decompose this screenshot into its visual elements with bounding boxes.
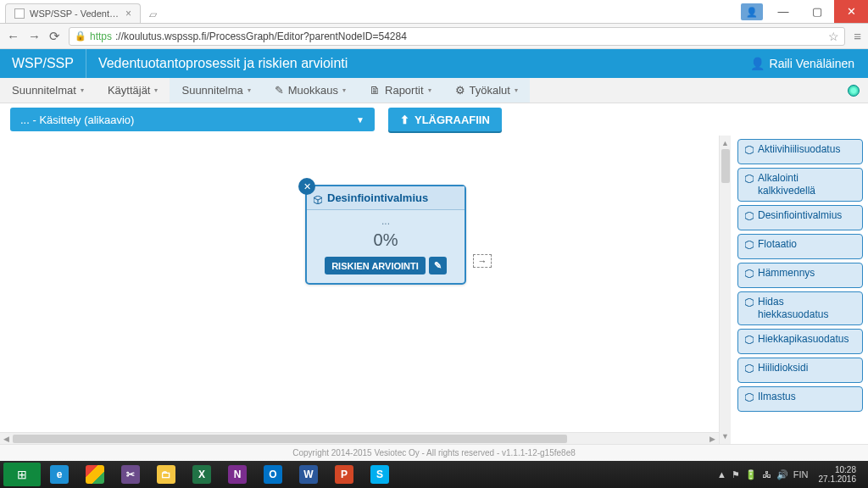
nav-forward-icon[interactable]: → <box>28 29 41 43</box>
taskbar-word[interactable]: W <box>292 463 326 486</box>
cube-icon <box>745 269 754 277</box>
nav-reload-icon[interactable]: ⟳ <box>49 29 60 44</box>
browser-tab[interactable]: WSP/SSP - Vedentuotanto × <box>5 3 141 23</box>
menu-muokkaus[interactable]: ✎Muokkaus▾ <box>263 78 358 103</box>
scroll-right-icon[interactable]: ▶ <box>709 435 715 443</box>
tray-clock[interactable]: 10:28 27.1.2016 <box>814 465 862 484</box>
menu-tyokalut[interactable]: ⚙Työkalut▾ <box>443 78 530 103</box>
window-minimize-button[interactable]: — <box>766 0 800 23</box>
menu-suunnitelmat[interactable]: Suunnitelmat▾ <box>0 78 96 103</box>
arrow-up-circle-icon: ⬆ <box>400 114 409 126</box>
tray-show-hidden-icon[interactable]: ▲ <box>717 469 726 480</box>
menu-raportit[interactable]: 🗎Raportit▾ <box>358 78 443 103</box>
report-icon: 🗎 <box>370 84 381 97</box>
menu-suunnitelma[interactable]: Suunnitelma▾ <box>170 78 262 103</box>
breadcrumb-text: ... - Käsittely (alikaavio) <box>20 114 134 126</box>
node-subtitle: ... <box>314 215 458 227</box>
canvas-container: ✕ Desinfiointivalmius ... 0% RISKIEN ARV… <box>0 136 868 444</box>
palette-item[interactable]: Ilmastus <box>737 386 863 412</box>
node-delete-button[interactable]: ✕ <box>298 178 315 195</box>
page-title: Vedentuotantoprosessit ja riskien arvioi… <box>86 56 737 71</box>
palette-item[interactable]: Hidas hiekkasuodatus <box>737 291 863 325</box>
radar-icon <box>848 85 860 97</box>
cube-icon <box>745 145 754 153</box>
cube-icon <box>745 363 754 372</box>
user-icon: 👤 <box>750 57 765 70</box>
cube-icon <box>745 335 754 343</box>
tray-lang[interactable]: FIN <box>793 469 809 480</box>
palette-item[interactable]: Hiekkapikasuodatus <box>737 329 863 354</box>
scroll-left-icon[interactable]: ◀ <box>3 435 9 443</box>
address-bar: ← → ⟳ 🔒 https://koulutus.wspssp.fi/Proce… <box>0 24 868 49</box>
taskbar-onenote[interactable]: N <box>220 463 254 486</box>
tab-close-icon[interactable]: × <box>125 8 131 19</box>
window-titlebar: WSP/SSP - Vedentuotanto × ▱ 👤 — ▢ ✕ <box>0 0 868 24</box>
menu-kayttajat[interactable]: Käyttäjät▾ <box>96 78 170 103</box>
palette-item[interactable]: Flotaatio <box>737 234 863 259</box>
cube-icon <box>745 240 754 248</box>
node-percent: 0% <box>314 230 458 250</box>
taskbar-chrome[interactable] <box>78 463 112 486</box>
toolbar: ... - Käsittely (alikaavio) ▼ ⬆ YLÄGRAAF… <box>0 103 868 136</box>
node-title: Desinfiointivalmius <box>327 191 428 204</box>
canvas-vscrollbar[interactable]: ▲ ▼ <box>719 136 731 444</box>
tab-title: WSP/SSP - Vedentuotanto <box>30 8 120 19</box>
footer: Copyright 2014-2015 Vesiotec Oy - All ri… <box>0 444 868 461</box>
user-name: Raili Venäläinen <box>770 57 854 70</box>
taskbar-powerpoint[interactable]: P <box>327 463 361 486</box>
cube-icon <box>745 174 754 182</box>
palette-item[interactable]: Desinfiointivalmius <box>737 205 863 230</box>
vscroll-thumb[interactable] <box>721 149 730 183</box>
tray-battery-icon[interactable]: 🔋 <box>745 469 757 480</box>
url-scheme: https <box>90 30 112 42</box>
new-tab-button[interactable]: ▱ <box>144 5 161 23</box>
tray-volume-icon[interactable]: 🔊 <box>776 469 788 480</box>
taskbar-excel[interactable]: X <box>185 463 219 486</box>
palette-item[interactable]: Aktiivihiilisuodatus <box>737 139 863 164</box>
bookmark-star-icon[interactable]: ☆ <box>828 30 839 43</box>
status-indicator[interactable] <box>839 78 868 103</box>
window-close-button[interactable]: ✕ <box>834 0 868 23</box>
user-menu[interactable]: 👤 Raili Venäläinen <box>737 57 868 70</box>
palette-item[interactable]: Hiilidioksidi <box>737 358 863 383</box>
palette-item[interactable]: Alkalointi kalkkivedellä <box>737 168 863 202</box>
taskbar-outlook[interactable]: O <box>256 463 290 486</box>
process-node[interactable]: ✕ Desinfiointivalmius ... 0% RISKIEN ARV… <box>305 185 466 285</box>
gear-icon: ⚙ <box>455 84 465 97</box>
chrome-menu-icon[interactable]: ≡ <box>854 29 861 43</box>
hscroll-thumb[interactable] <box>13 435 567 443</box>
tray-network-icon[interactable]: 🖧 <box>762 469 771 480</box>
start-button[interactable]: ⊞ <box>3 463 41 486</box>
taskbar-snip[interactable]: ✂ <box>114 463 147 486</box>
cube-icon <box>745 392 754 401</box>
scroll-down-icon[interactable]: ▼ <box>721 432 729 441</box>
lock-icon: 🔒 <box>75 30 86 42</box>
nav-back-icon[interactable]: ← <box>7 29 19 43</box>
taskbar-explorer[interactable]: 🗀 <box>149 463 183 486</box>
node-palette: Aktiivihiilisuodatus Alkalointi kalkkive… <box>732 136 868 429</box>
taskbar-skype[interactable]: S <box>363 463 397 486</box>
risk-evaluation-button[interactable]: RISKIEN ARVIOINTI <box>325 257 426 274</box>
chevron-down-icon: ▼ <box>356 115 364 125</box>
window-maximize-button[interactable]: ▢ <box>800 0 834 23</box>
cube-icon <box>745 297 754 306</box>
url-field[interactable]: 🔒 https://koulutus.wspssp.fi/ProcessGrap… <box>69 27 845 46</box>
tray-icon[interactable]: ⚑ <box>732 469 740 480</box>
node-header: Desinfiointivalmius <box>307 186 465 210</box>
windows-taskbar: ⊞ e ✂ 🗀 X N O W P S ▲ ⚑ 🔋 🖧 🔊 FIN 10:28 … <box>0 461 868 488</box>
canvas-hscrollbar[interactable]: ◀ ▶ <box>0 432 719 444</box>
url-rest: ://koulutus.wspssp.fi/ProcessGraph/Edito… <box>115 30 407 42</box>
menu-bar: Suunnitelmat▾ Käyttäjät▾ Suunnitelma▾ ✎M… <box>0 78 868 103</box>
taskbar-ie[interactable]: e <box>42 463 76 486</box>
breadcrumb-dropdown[interactable]: ... - Käsittely (alikaavio) ▼ <box>10 108 375 131</box>
node-edit-button[interactable]: ✎ <box>429 257 447 274</box>
cube-icon <box>314 194 322 202</box>
palette-item[interactable]: Hämmennys <box>737 263 863 288</box>
scroll-up-icon[interactable]: ▲ <box>721 139 729 147</box>
app-logo[interactable]: WSP/SSP <box>0 49 86 78</box>
chrome-profile-icon[interactable]: 👤 <box>741 3 763 20</box>
favicon <box>14 8 25 19</box>
connector-handle[interactable]: → <box>473 254 492 268</box>
up-graph-button[interactable]: ⬆ YLÄGRAAFIIN <box>388 108 502 131</box>
system-tray[interactable]: ▲ ⚑ 🔋 🖧 🔊 FIN 10:28 27.1.2016 <box>717 465 865 484</box>
